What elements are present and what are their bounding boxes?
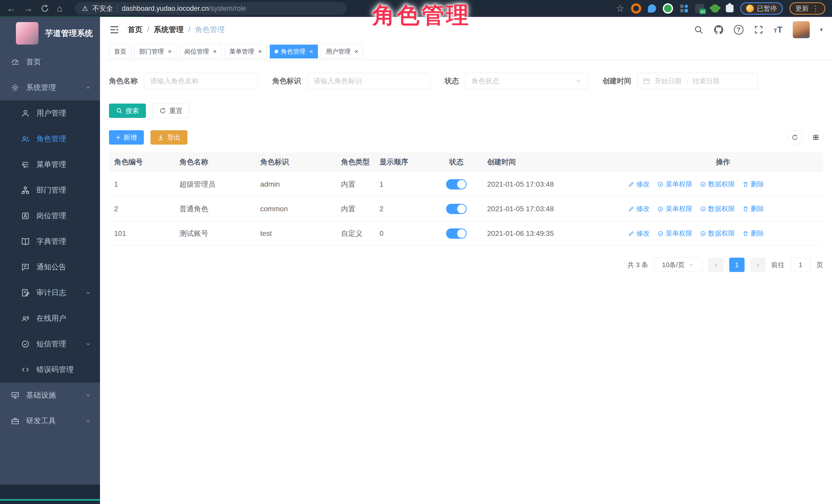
edit-link[interactable]: 修改 xyxy=(628,180,650,189)
tab-user[interactable]: 用户管理 × xyxy=(321,45,363,58)
sidebar-item-label: 短信管理 xyxy=(36,339,66,349)
url-path: /system/role xyxy=(209,5,246,12)
data-perm-link[interactable]: 数据权限 xyxy=(700,229,735,238)
menu-perm-link[interactable]: 菜单权限 xyxy=(657,204,692,213)
extension-monkey-icon[interactable] xyxy=(711,4,719,12)
fullscreen-icon[interactable] xyxy=(754,25,763,35)
menu-perm-link[interactable]: 菜单权限 xyxy=(657,180,692,189)
page-unit-label: 页 xyxy=(816,261,823,269)
circle-check-icon xyxy=(700,181,706,187)
sidebar-item-posts[interactable]: 岗位管理 xyxy=(0,203,100,229)
profile-paused-button[interactable]: 已暂停 xyxy=(740,2,783,15)
tab-dept[interactable]: 部门管理 × xyxy=(134,45,176,58)
github-icon[interactable] xyxy=(714,25,724,35)
browser-back-icon[interactable]: ← xyxy=(7,4,16,13)
check-circle-icon xyxy=(21,340,30,348)
extension-green-circle-icon[interactable] xyxy=(663,3,673,14)
sidebar-item-dict[interactable]: 字典管理 xyxy=(0,229,100,254)
breadcrumb-system[interactable]: 系统管理 xyxy=(154,25,184,35)
sidebar-item-system[interactable]: 系统管理 xyxy=(0,75,100,101)
sidebar-item-label: 错误码管理 xyxy=(36,365,74,375)
caret-down-icon[interactable]: ▾ xyxy=(820,26,823,33)
annotation-title: 角色管理 xyxy=(372,0,490,30)
browser-forward-icon[interactable]: → xyxy=(24,4,33,13)
edit-link[interactable]: 修改 xyxy=(628,204,650,213)
status-toggle[interactable] xyxy=(446,179,467,189)
tab-menu[interactable]: 菜单管理 × xyxy=(225,45,267,58)
close-icon[interactable]: × xyxy=(258,48,262,55)
sidebar-item-online-users[interactable]: 在线用户 xyxy=(0,306,100,331)
close-icon[interactable]: × xyxy=(168,48,172,55)
goto-page-input[interactable] xyxy=(790,258,811,272)
role-name-input[interactable] xyxy=(144,73,258,89)
peoples-icon xyxy=(21,135,30,143)
extension-grid-icon[interactable] xyxy=(680,4,688,13)
tab-post[interactable]: 岗位管理 × xyxy=(180,45,222,58)
app-logo[interactable]: 芋道管理系统 xyxy=(0,17,100,49)
bookmark-star-icon[interactable]: ☆ xyxy=(616,4,624,13)
close-icon[interactable]: × xyxy=(310,48,313,55)
search-button[interactable]: 搜索 xyxy=(109,104,146,118)
avatar[interactable] xyxy=(793,21,810,38)
sidebar-item-errorcode[interactable]: 错误码管理 xyxy=(0,357,100,382)
export-button[interactable]: 导出 xyxy=(151,130,187,144)
browser-home-icon[interactable]: ⌂ xyxy=(57,4,62,13)
delete-link[interactable]: 删除 xyxy=(743,229,764,238)
sidebar-item-menus[interactable]: 菜单管理 xyxy=(0,152,100,178)
sidebar-item-roles[interactable]: 角色管理 xyxy=(0,126,100,152)
extension-puzzle-icon[interactable] xyxy=(726,5,733,12)
refresh-icon xyxy=(791,134,798,141)
close-icon[interactable]: × xyxy=(213,48,217,55)
sidebar-item-label: 角色管理 xyxy=(36,134,66,144)
row-actions: 修改 菜单权限 数据权限 删除 xyxy=(628,229,823,238)
status-toggle[interactable] xyxy=(446,204,467,214)
data-perm-link[interactable]: 数据权限 xyxy=(700,180,735,189)
cell-sort: 0 xyxy=(374,221,431,246)
data-perm-link[interactable]: 数据权限 xyxy=(700,204,735,213)
browser-update-button[interactable]: 更新 ⋮ xyxy=(789,2,825,15)
status-select[interactable]: 角色状态 xyxy=(465,73,588,89)
add-button[interactable]: + 新增 xyxy=(109,130,144,144)
prev-page-button[interactable]: ‹ xyxy=(708,258,724,272)
date-range-picker[interactable]: 开始日期 - 结束日期 xyxy=(638,73,758,89)
menu-perm-link[interactable]: 菜单权限 xyxy=(657,229,692,238)
sidebar-item-notice[interactable]: 通知公告 xyxy=(0,254,100,280)
sidebar-item-home[interactable]: 首页 xyxy=(0,49,100,75)
help-icon[interactable]: ? xyxy=(734,25,744,35)
font-size-icon[interactable]: TT xyxy=(774,25,782,35)
close-icon[interactable]: × xyxy=(355,48,358,55)
role-key-input[interactable] xyxy=(307,73,430,89)
sidebar-item-sms[interactable]: 短信管理 xyxy=(0,331,100,357)
sidebar-item-infra[interactable]: 基础设施 xyxy=(0,382,100,408)
delete-link[interactable]: 删除 xyxy=(743,204,764,213)
browser-menu-icon[interactable]: ⋮ xyxy=(812,4,820,13)
browser-reload-icon[interactable] xyxy=(41,4,49,13)
breadcrumb-home[interactable]: 首页 xyxy=(128,25,142,35)
reset-button[interactable]: 重置 xyxy=(153,104,189,118)
cell-created: 2021-01-05 17:03:48 xyxy=(482,172,623,196)
page-size-select[interactable]: 10条/页 xyxy=(654,258,703,272)
pagination: 共 3 条 10条/页 ‹ 1 › 前往 页 xyxy=(109,258,823,272)
tab-home[interactable]: 首页 xyxy=(109,45,131,58)
delete-link[interactable]: 删除 xyxy=(743,180,764,189)
extension-on-badge-icon[interactable]: on xyxy=(695,4,704,13)
status-toggle[interactable] xyxy=(446,229,467,239)
address-bar[interactable]: ⚠ 不安全 dashboard.yudao.iocoder.cn/system/… xyxy=(75,2,347,15)
extension-orange-icon[interactable] xyxy=(631,3,641,14)
edit-link[interactable]: 修改 xyxy=(628,229,650,238)
extension-on-badge-label: on xyxy=(699,9,706,14)
search-icon[interactable] xyxy=(694,25,704,35)
cell-role-type: 内置 xyxy=(336,172,374,196)
tab-role[interactable]: 角色管理 × xyxy=(270,45,318,58)
hamburger-icon[interactable] xyxy=(109,25,120,35)
sidebar-item-devtools[interactable]: 研发工具 xyxy=(0,408,100,434)
sidebar-item-audit-log[interactable]: 审计日志 xyxy=(0,280,100,306)
refresh-table-button[interactable] xyxy=(788,130,802,144)
sidebar-item-users[interactable]: 用户管理 xyxy=(0,101,100,126)
column-settings-button[interactable] xyxy=(809,130,823,144)
extension-blue-drop-icon[interactable] xyxy=(648,4,656,12)
next-page-button[interactable]: › xyxy=(750,258,765,272)
page-1-button[interactable]: 1 xyxy=(729,258,745,272)
sidebar-item-depts[interactable]: 部门管理 xyxy=(0,178,100,203)
security-warning-icon: ⚠ xyxy=(82,4,88,12)
